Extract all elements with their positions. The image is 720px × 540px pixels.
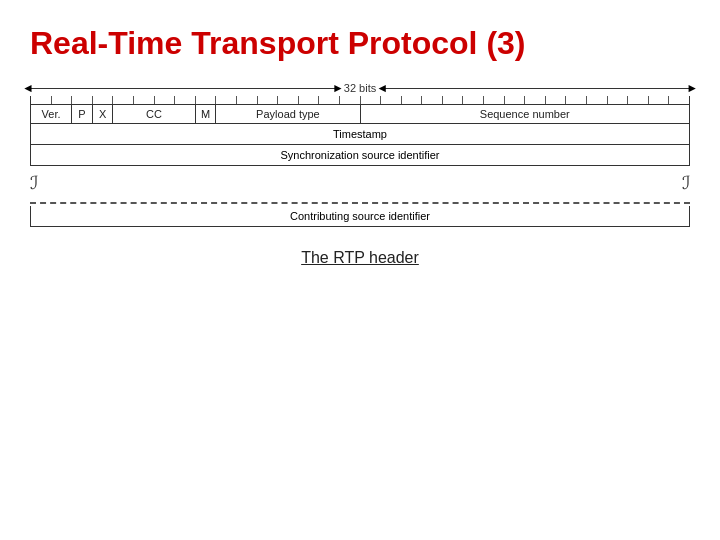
field-m: M	[195, 105, 216, 124]
tick-mark	[669, 96, 689, 104]
tick-mark	[608, 96, 629, 104]
ellipsis-right: ℐ	[682, 172, 690, 194]
field-x: X	[92, 105, 113, 124]
tick-mark	[155, 96, 176, 104]
diagram-caption: The RTP header	[30, 249, 690, 267]
tick-mark	[587, 96, 608, 104]
bits-line-right	[384, 88, 690, 89]
tick-mark	[134, 96, 155, 104]
header-fields-row: Ver. P X CC M Payload type Sequence numb…	[30, 104, 690, 124]
tick-mark	[93, 96, 114, 104]
tick-mark	[216, 96, 237, 104]
tick-mark	[361, 96, 382, 104]
tick-mark	[278, 96, 299, 104]
diagram: 32 bits Ver. P X CC M Payload type Seque…	[30, 82, 690, 227]
tick-mark	[422, 96, 443, 104]
tick-mark	[31, 96, 52, 104]
field-sequence-number: Sequence number	[360, 105, 690, 124]
tick-mark	[340, 96, 361, 104]
sync-source-row: Synchronization source identifier	[30, 145, 690, 166]
dashed-separator	[30, 202, 690, 204]
tick-mark	[484, 96, 505, 104]
tick-mark	[52, 96, 73, 104]
field-p: P	[72, 105, 93, 124]
field-ver: Ver.	[31, 105, 72, 124]
tick-mark	[113, 96, 134, 104]
page-title: Real-Time Transport Protocol (3)	[30, 25, 690, 62]
field-payload-type: Payload type	[216, 105, 360, 124]
field-cc: CC	[113, 105, 195, 124]
bits-row: 32 bits	[30, 82, 690, 94]
page: Real-Time Transport Protocol (3) 32 bits…	[0, 0, 720, 540]
timestamp-row: Timestamp	[30, 124, 690, 145]
contrib-source-row: Contributing source identifier	[30, 206, 690, 227]
tick-mark	[649, 96, 670, 104]
ellipsis-row: ℐ ℐ	[30, 166, 690, 200]
tick-mark	[402, 96, 423, 104]
tick-mark	[628, 96, 649, 104]
bits-line-left	[30, 88, 336, 89]
tick-mark	[505, 96, 526, 104]
ellipsis-left: ℐ	[30, 172, 38, 194]
tick-mark	[443, 96, 464, 104]
tick-mark	[175, 96, 196, 104]
tick-mark	[258, 96, 279, 104]
tick-mark	[525, 96, 546, 104]
tick-mark	[196, 96, 217, 104]
tick-mark	[299, 96, 320, 104]
ticks-row	[30, 96, 690, 104]
tick-mark	[72, 96, 93, 104]
tick-mark	[237, 96, 258, 104]
tick-mark	[381, 96, 402, 104]
tick-mark	[566, 96, 587, 104]
tick-mark	[319, 96, 340, 104]
tick-mark	[546, 96, 567, 104]
tick-mark	[463, 96, 484, 104]
